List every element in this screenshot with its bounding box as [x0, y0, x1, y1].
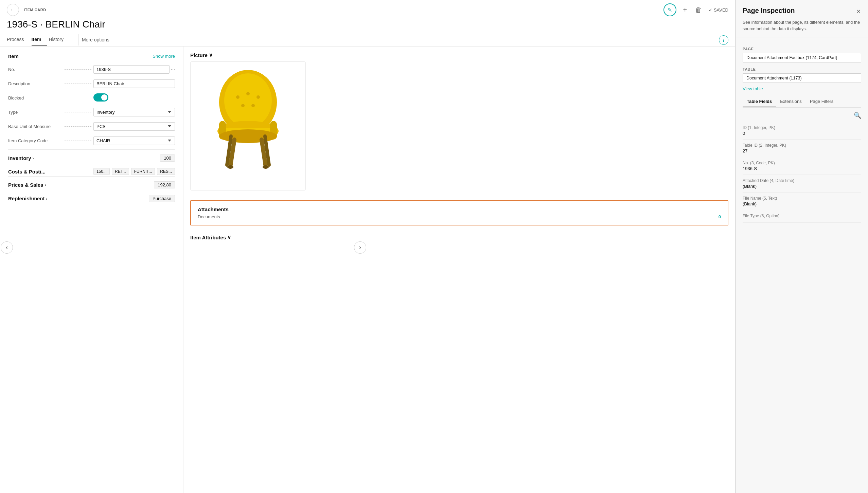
- picture-header[interactable]: Picture ∨: [190, 52, 728, 58]
- next-icon: ›: [359, 244, 361, 251]
- inspection-header: Page Inspection ×: [736, 0, 868, 19]
- delete-icon: 🗑: [695, 6, 702, 14]
- description-input[interactable]: [93, 79, 175, 88]
- attachments-section[interactable]: Attachments Documents 0: [190, 200, 728, 225]
- plus-icon: +: [683, 6, 687, 14]
- inventory-header[interactable]: Inventory › 100: [8, 154, 175, 162]
- type-select[interactable]: Inventory Service Non-Inventory: [93, 108, 175, 116]
- close-icon: ×: [856, 7, 861, 15]
- field-label-type: Type: [8, 110, 63, 115]
- picture-section: Picture ∨: [183, 47, 735, 196]
- view-table-link[interactable]: View table: [743, 86, 861, 91]
- field-label-base-unit: Base Unit of Measure: [8, 124, 63, 129]
- no-ellipsis-icon[interactable]: ···: [171, 67, 175, 72]
- no-input-wrapper: ···: [93, 65, 175, 74]
- costs-header[interactable]: Costs & Posti... 150... RET... FURNIT...…: [8, 168, 175, 175]
- item-attributes-section: Item Attributes ∨: [183, 230, 735, 245]
- field-row-file-name: File Name (5, Text) (Blank): [743, 193, 861, 210]
- picture-container: [190, 61, 306, 190]
- field-row-label-file-type: File Type (6, Option): [743, 214, 861, 218]
- info-icon: i: [723, 38, 724, 43]
- costs-section: Costs & Posti... 150... RET... FURNIT...…: [8, 163, 175, 175]
- inspection-description: See information about the page, its diff…: [736, 19, 868, 37]
- edit-icon: ✎: [668, 7, 672, 13]
- prices-header[interactable]: Prices & Sales › 192,80: [8, 181, 175, 188]
- svg-point-11: [219, 129, 277, 143]
- field-row-label-attached-date: Attached Date (4, DateTime): [743, 178, 861, 183]
- field-row-id: ID (1, Integer, PK) 0: [743, 122, 861, 140]
- back-button[interactable]: ←: [7, 4, 19, 16]
- costs-title: Costs & Posti...: [8, 169, 46, 175]
- svg-point-6: [251, 104, 255, 107]
- dots-category-code: [65, 141, 91, 141]
- item-attributes-chevron: ∨: [227, 234, 231, 240]
- item-attributes-header[interactable]: Item Attributes ∨: [190, 234, 728, 240]
- inventory-title-text: Inventory: [8, 155, 31, 161]
- saved-status: ✓ SAVED: [709, 7, 728, 13]
- add-button[interactable]: +: [682, 5, 689, 15]
- svg-point-16: [227, 165, 233, 169]
- dots-no: [65, 69, 91, 70]
- inventory-chevron: ›: [33, 156, 34, 161]
- svg-point-4: [256, 95, 260, 99]
- field-label-no: No.: [8, 67, 63, 72]
- field-row-value-id: 0: [743, 131, 861, 136]
- tab-extensions[interactable]: Extensions: [776, 96, 806, 107]
- next-button[interactable]: ›: [354, 241, 366, 254]
- field-label-category-code: Item Category Code: [8, 138, 63, 143]
- replenishment-title-text: Replenishment: [8, 196, 45, 201]
- search-button[interactable]: 🔍: [854, 112, 861, 119]
- show-more-link[interactable]: Show more: [153, 54, 175, 59]
- replenishment-header[interactable]: Replenishment › Purchase: [8, 195, 175, 202]
- tab-more-options[interactable]: More options: [78, 34, 113, 46]
- field-row-value-no: 1936-S: [743, 166, 861, 171]
- chair-image: [200, 68, 296, 184]
- no-input[interactable]: [93, 65, 170, 74]
- replenishment-chevron: ›: [46, 196, 48, 201]
- search-row: 🔍: [743, 112, 861, 119]
- field-row-label-table-id: Table ID (2, Integer, PK): [743, 143, 861, 148]
- edit-button[interactable]: ✎: [663, 3, 676, 16]
- dots-description: [65, 84, 91, 84]
- field-row-label-no: No. (3, Code, PK): [743, 161, 861, 165]
- tab-process[interactable]: Process: [7, 34, 30, 46]
- prices-chevron: ›: [45, 183, 46, 187]
- item-attributes-title: Item Attributes: [190, 235, 226, 240]
- page-title: 1936-S · BERLIN Chair: [7, 19, 728, 30]
- svg-point-2: [236, 95, 240, 99]
- field-row-label-file-name: File Name (5, Text): [743, 196, 861, 201]
- blocked-toggle[interactable]: [93, 93, 108, 102]
- prev-button[interactable]: ‹: [1, 241, 13, 254]
- prices-badge: 192,80: [154, 181, 175, 188]
- delete-button[interactable]: 🗑: [694, 5, 703, 15]
- replenishment-section: Replenishment › Purchase: [8, 190, 175, 202]
- field-row-file-type: File Type (6, Option): [743, 210, 861, 223]
- dots-type: [65, 112, 91, 112]
- prices-section: Prices & Sales › 192,80: [8, 176, 175, 188]
- close-button[interactable]: ×: [856, 7, 861, 16]
- tab-table-fields[interactable]: Table Fields: [743, 96, 776, 107]
- category-code-select[interactable]: CHAIR TABLE: [93, 136, 175, 145]
- dots-base-unit: [65, 126, 91, 127]
- svg-point-5: [241, 104, 245, 107]
- inspection-page-value: Document Attachment Factbox (1174, CardP…: [743, 53, 861, 62]
- back-icon: ←: [10, 7, 16, 13]
- cost-tag-4: RES...: [157, 168, 175, 175]
- svg-point-1: [224, 73, 272, 128]
- info-button[interactable]: i: [719, 35, 728, 45]
- field-label-blocked: Blocked: [8, 95, 63, 101]
- tab-item[interactable]: Item: [32, 34, 48, 46]
- cost-tag-2: RET...: [112, 168, 129, 175]
- item-section-header: Item Show more: [8, 53, 175, 59]
- attachments-count: 0: [719, 214, 721, 219]
- tab-page-filters[interactable]: Page Filters: [806, 96, 837, 107]
- inspection-panel: Page Inspection × See information about …: [736, 0, 868, 493]
- prices-title-text: Prices & Sales: [8, 182, 43, 188]
- inspection-table-value: Document Attachment (1173): [743, 73, 861, 83]
- base-unit-select[interactable]: PCS BOX: [93, 122, 175, 131]
- inspection-body: Page Document Attachment Factbox (1174, …: [736, 37, 868, 493]
- field-description: Description: [8, 78, 175, 89]
- field-row-table-id: Table ID (2, Integer, PK) 27: [743, 140, 861, 157]
- tab-history[interactable]: History: [49, 34, 70, 46]
- inventory-title: Inventory ›: [8, 155, 34, 161]
